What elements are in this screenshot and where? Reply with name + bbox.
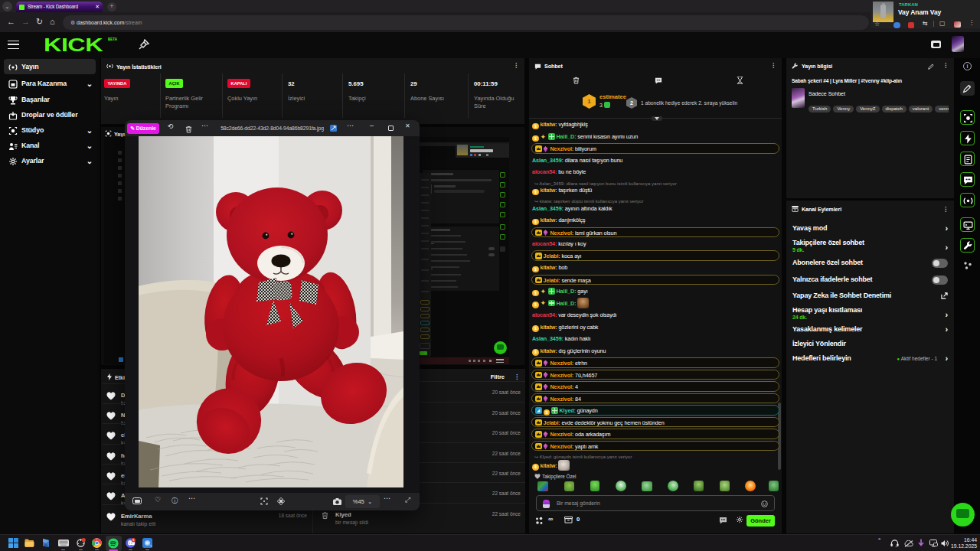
svg-text:5: 5	[132, 539, 134, 542]
